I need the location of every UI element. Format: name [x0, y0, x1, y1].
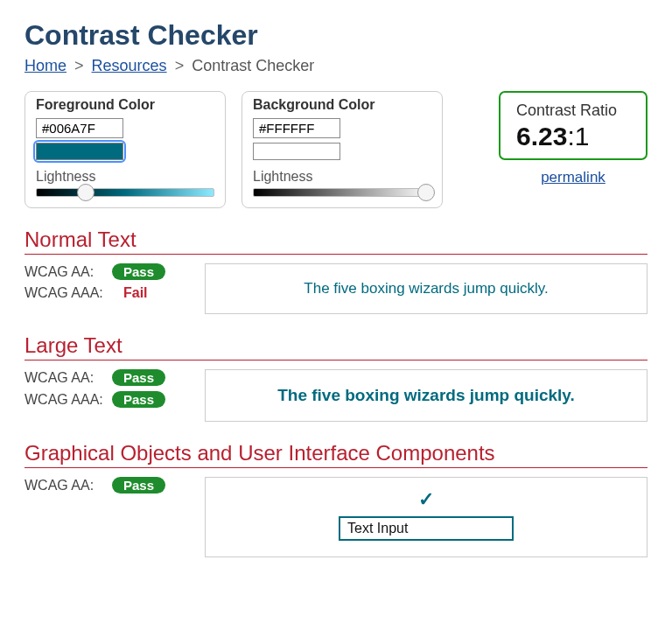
normal-aaa-result: Fail — [112, 285, 148, 301]
slider-track — [253, 188, 431, 197]
contrast-ratio-box: Contrast Ratio 6.23:1 — [499, 91, 648, 160]
breadcrumb-resources[interactable]: Resources — [92, 57, 167, 74]
breadcrumb-current: Contrast Checker — [192, 57, 314, 74]
contrast-ratio-suffix: :1 — [567, 122, 589, 150]
large-text-sample-box[interactable]: The five boxing wizards jump quickly. — [205, 369, 648, 422]
foreground-swatch[interactable] — [36, 143, 123, 160]
foreground-lightness-label: Lightness — [36, 169, 214, 185]
foreground-panel: Foreground Color Lightness — [24, 91, 226, 208]
normal-text-sample-box[interactable]: The five boxing wizards jump quickly. — [205, 263, 648, 314]
normal-text-sample: The five boxing wizards jump quickly. — [304, 280, 548, 298]
background-lightness-slider[interactable] — [253, 188, 431, 197]
page-title: Contrast Checker — [24, 19, 648, 52]
section-rule — [24, 254, 648, 255]
ui-aa-label: WCAG AA: — [24, 478, 112, 494]
slider-track — [36, 188, 214, 197]
foreground-swatch-fill — [36, 143, 123, 160]
permalink-link[interactable]: permalink — [541, 169, 606, 186]
slider-thumb[interactable] — [77, 184, 94, 201]
section-rule — [24, 467, 648, 468]
demo-text-input[interactable] — [339, 516, 514, 541]
normal-aa-label: WCAG AA: — [24, 264, 112, 280]
breadcrumb-sep: > — [175, 57, 185, 74]
normal-aa-badge: Pass — [112, 263, 165, 280]
ui-demo-box: ✓ — [205, 477, 648, 557]
large-aa-badge: Pass — [112, 369, 165, 386]
background-label: Background Color — [253, 97, 431, 113]
large-aaa-label: WCAG AAA: — [24, 392, 112, 408]
ui-components-heading: Graphical Objects and User Interface Com… — [24, 441, 648, 466]
contrast-ratio-value: 6.23 — [516, 122, 567, 150]
large-text-sample: The five boxing wizards jump quickly. — [277, 386, 575, 405]
normal-aaa-label: WCAG AAA: — [24, 285, 112, 301]
normal-text-heading: Normal Text — [24, 228, 648, 252]
background-lightness-label: Lightness — [253, 169, 431, 185]
background-swatch[interactable] — [253, 143, 340, 160]
checkmark-icon: ✓ — [418, 488, 434, 511]
contrast-ratio-label: Contrast Ratio — [516, 102, 630, 120]
ui-aa-badge: Pass — [112, 477, 165, 494]
large-text-heading: Large Text — [24, 333, 648, 358]
foreground-label: Foreground Color — [36, 97, 214, 113]
foreground-hex-input[interactable] — [36, 118, 123, 138]
large-aa-label: WCAG AA: — [24, 370, 112, 386]
breadcrumb: Home > Resources > Contrast Checker — [24, 57, 648, 75]
background-hex-input[interactable] — [253, 118, 340, 138]
slider-thumb[interactable] — [417, 184, 435, 201]
breadcrumb-home[interactable]: Home — [24, 57, 66, 74]
breadcrumb-sep: > — [74, 57, 84, 74]
section-rule — [24, 360, 648, 360]
background-panel: Background Color Lightness — [242, 91, 443, 208]
foreground-lightness-slider[interactable] — [36, 188, 214, 197]
background-swatch-fill — [253, 143, 340, 160]
large-aaa-badge: Pass — [112, 391, 165, 408]
